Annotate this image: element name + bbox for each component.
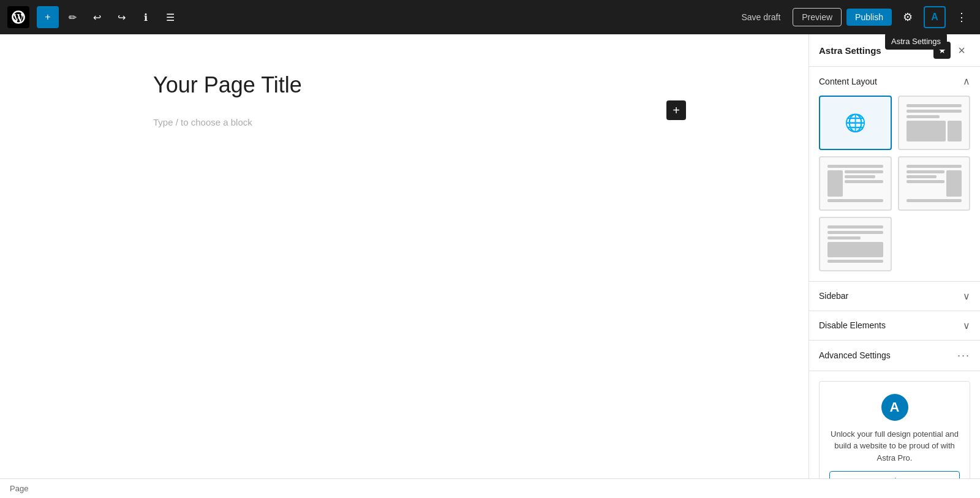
layout-option-boxed[interactable]: 🌐 [819, 96, 892, 150]
editor-area: Your Page Title Type / to choose a block… [0, 34, 809, 478]
left-sidebar-layout-thumb [825, 162, 886, 205]
upgrade-now-button[interactable]: Upgrade Now [829, 471, 960, 478]
add-block-button[interactable]: + [37, 6, 59, 28]
list-view-button[interactable]: ☰ [159, 6, 181, 28]
globe-icon: 🌐 [845, 113, 866, 133]
tools-button[interactable]: ✏ [61, 6, 83, 28]
more-options-button[interactable]: ⋮ [951, 6, 973, 28]
right-sidebar-layout-thumb [904, 162, 965, 205]
disable-elements-section: Disable Elements ∨ [809, 311, 980, 341]
info-button[interactable]: ℹ [135, 6, 157, 28]
wp-logo[interactable] [7, 6, 29, 28]
undo-icon: ↩ [93, 12, 101, 23]
layout-option-fullwidth[interactable] [898, 96, 971, 150]
editor-content: Your Page Title Type / to choose a block… [129, 71, 680, 130]
advanced-settings-section: Advanced Settings ··· [809, 341, 980, 371]
toolbar: + ✏ ↩ ↪ ℹ ☰ Save draft Preview Publish ⚙… [0, 0, 980, 34]
fullwidth-layout-thumb [904, 102, 965, 144]
save-draft-button[interactable]: Save draft [734, 9, 788, 26]
layout-options-grid: 🌐 [809, 96, 980, 281]
upgrade-promo-text: Unlock your full design potential and bu… [829, 428, 960, 464]
disable-elements-header[interactable]: Disable Elements ∨ [809, 311, 980, 340]
astra-sidebar: Astra Settings ★ × Content Layout ∧ 🌐 [809, 34, 980, 478]
astra-promo-icon: A [881, 394, 908, 421]
layout-option-no-sidebar[interactable] [819, 217, 892, 271]
inline-add-block-button[interactable]: + [666, 100, 686, 120]
block-placeholder[interactable]: Type / to choose a block [153, 115, 655, 130]
astra-icon: A [931, 12, 938, 23]
close-icon: × [958, 44, 965, 56]
astra-logo-icon: A [890, 399, 900, 415]
gear-icon: ⚙ [903, 10, 913, 24]
advanced-settings-header[interactable]: Advanced Settings ··· [809, 341, 980, 371]
upgrade-promo: A Unlock your full design potential and … [819, 381, 970, 478]
publish-button[interactable]: Publish [846, 9, 892, 26]
plus-icon: + [45, 12, 50, 23]
chevron-down-icon: ∨ [963, 290, 970, 302]
info-icon: ℹ [144, 12, 148, 23]
status-bar: Page [0, 478, 980, 498]
sidebar-section-title: Sidebar [819, 291, 848, 301]
content-layout-section: Content Layout ∧ 🌐 [809, 67, 980, 282]
plus-icon: + [673, 104, 680, 116]
chevron-up-icon: ∧ [963, 75, 970, 87]
disable-elements-title: Disable Elements [819, 320, 886, 330]
redo-button[interactable]: ↪ [110, 6, 132, 28]
boxed-layout-thumb: 🌐 [825, 102, 886, 144]
layout-option-left-sidebar[interactable] [819, 156, 892, 211]
pencil-icon: ✏ [69, 12, 77, 23]
list-icon: ☰ [166, 12, 175, 23]
main-area: Your Page Title Type / to choose a block… [0, 34, 980, 478]
sidebar-section: Sidebar ∨ [809, 282, 980, 311]
settings-button[interactable]: ⚙ [897, 6, 919, 28]
ellipsis-icon: ··· [957, 349, 970, 362]
advanced-settings-title: Advanced Settings [819, 350, 891, 360]
toolbar-right: Save draft Preview Publish ⚙ A ⋮ [734, 6, 973, 28]
sidebar-close-button[interactable]: × [953, 42, 970, 59]
astra-settings-button[interactable]: A [924, 6, 946, 28]
layout-option-right-sidebar[interactable] [898, 156, 971, 211]
content-layout-header[interactable]: Content Layout ∧ [809, 67, 980, 96]
preview-button[interactable]: Preview [793, 8, 842, 26]
content-layout-title: Content Layout [819, 77, 877, 86]
undo-button[interactable]: ↩ [86, 6, 108, 28]
no-sidebar-layout-thumb [825, 223, 886, 265]
ellipsis-vertical-icon: ⋮ [956, 10, 967, 24]
chevron-down-icon-2: ∨ [963, 320, 970, 331]
page-title[interactable]: Your Page Title [153, 71, 655, 100]
sidebar-section-header[interactable]: Sidebar ∨ [809, 282, 980, 311]
status-label: Page [10, 484, 28, 493]
astra-tooltip: Astra Settings [885, 33, 947, 50]
redo-icon: ↪ [118, 12, 126, 23]
